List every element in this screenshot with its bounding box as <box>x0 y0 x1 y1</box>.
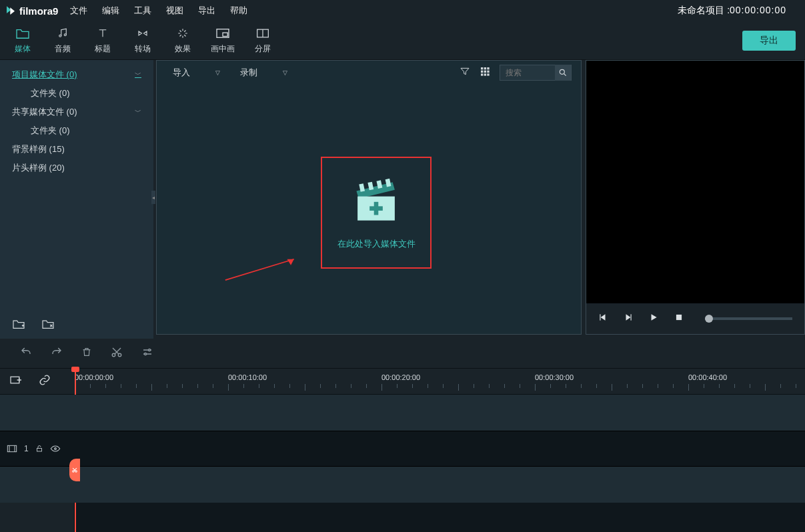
text-icon <box>83 26 123 41</box>
tab-transition[interactable]: 转场 <box>123 26 163 55</box>
chevron-down-icon[interactable]: ﹀ <box>135 107 141 117</box>
export-button[interactable]: 导出 <box>742 31 796 51</box>
svg-rect-10 <box>487 71 489 73</box>
tree-opening-samples[interactable]: 片头样例 (20) <box>0 159 153 177</box>
svg-point-1 <box>64 34 66 36</box>
chevron-down-icon: ▽ <box>283 69 287 76</box>
svg-rect-9 <box>484 71 486 73</box>
project-title: 未命名项目 :00:00:00:00 <box>678 5 786 17</box>
sidebar-collapse-handle[interactable]: ◂ <box>151 191 155 204</box>
next-frame-button[interactable] <box>624 313 633 325</box>
playback-controls <box>586 303 804 334</box>
cut-button[interactable] <box>111 346 123 361</box>
video-track-1[interactable]: 1 <box>0 431 805 467</box>
add-track-button[interactable] <box>9 375 23 388</box>
menu-help[interactable]: 帮助 <box>230 5 247 17</box>
svg-rect-27 <box>676 315 682 320</box>
tree-project-media[interactable]: 项目媒体文件 (0) ﹀ <box>0 65 153 84</box>
tab-pip[interactable]: 画中画 <box>203 26 243 55</box>
delete-folder-icon[interactable] <box>41 319 55 332</box>
tab-title[interactable]: 标题 <box>83 26 123 55</box>
svg-rect-25 <box>600 314 600 320</box>
grid-view-icon[interactable] <box>480 66 490 79</box>
svg-rect-26 <box>631 314 632 320</box>
tab-effect[interactable]: 效果 <box>163 26 203 55</box>
redo-button[interactable] <box>51 346 63 361</box>
eye-icon[interactable] <box>50 445 61 453</box>
chevron-down-icon: ▽ <box>215 69 220 76</box>
track-number: 1 <box>24 444 29 453</box>
stop-button[interactable] <box>674 313 684 325</box>
prev-frame-button[interactable] <box>598 313 608 325</box>
preview-panel <box>586 60 805 335</box>
menu-file[interactable]: 文件 <box>70 5 87 17</box>
tab-audio[interactable]: 音频 <box>43 26 83 55</box>
svg-point-0 <box>59 35 61 37</box>
media-tree-sidebar: 项目媒体文件 (0) ﹀ 文件夹 (0) 共享媒体文件 (0) ﹀ 文件夹 (0… <box>0 60 153 339</box>
svg-rect-7 <box>487 67 489 69</box>
transition-icon <box>123 26 163 41</box>
annotation-arrow <box>197 255 330 282</box>
adjust-button[interactable] <box>141 346 153 361</box>
menu-export[interactable]: 导出 <box>198 5 215 17</box>
pip-icon <box>203 26 243 41</box>
svg-point-30 <box>149 349 151 351</box>
menu-tools[interactable]: 工具 <box>134 5 151 17</box>
media-panel: 导入▽ 录制▽ <box>156 60 582 335</box>
menu-edit[interactable]: 编辑 <box>102 5 119 17</box>
ruler-time-label: 00:00:20:00 <box>381 373 420 381</box>
filter-icon[interactable] <box>460 66 470 79</box>
slider-thumb[interactable] <box>705 315 713 323</box>
splitscreen-icon <box>243 26 283 41</box>
ruler-time-label: 00:00:00:00 <box>75 373 113 381</box>
play-button[interactable] <box>649 313 658 325</box>
tree-bg-samples[interactable]: 背景样例 (15) <box>0 140 153 159</box>
svg-rect-11 <box>481 73 483 75</box>
filmstrip-icon <box>7 444 17 453</box>
search-input[interactable] <box>500 68 555 77</box>
tab-split[interactable]: 分屏 <box>243 26 283 55</box>
link-button[interactable] <box>39 374 51 389</box>
tree-shared-media[interactable]: 共享媒体文件 (0) ﹀ <box>0 103 153 121</box>
app-logo: filmora9 <box>5 5 58 17</box>
import-dropdown[interactable]: 导入▽ <box>166 64 227 81</box>
svg-marker-24 <box>287 259 293 265</box>
timeline-ruler[interactable]: 00:00:00:0000:00:10:0000:00:20:0000:00:3… <box>75 368 805 395</box>
ruler-time-label: 00:00:30:00 <box>535 373 574 381</box>
split-handle[interactable] <box>69 459 80 481</box>
edit-toolbar <box>0 339 805 368</box>
import-drop-zone[interactable]: 在此处导入媒体文件 <box>321 157 432 269</box>
filmora-logo-icon <box>5 5 16 16</box>
project-timecode: 00:00:00:00 <box>730 5 786 15</box>
zoom-slider[interactable] <box>705 317 792 320</box>
tab-media[interactable]: 媒体 <box>3 26 43 55</box>
lock-icon[interactable] <box>35 444 43 453</box>
svg-rect-34 <box>37 449 41 452</box>
main-toolbar: 媒体 音频 标题 转场 效果 画中画 分屏 导出 <box>0 21 805 60</box>
chevron-down-icon[interactable]: ﹀ <box>135 70 141 79</box>
svg-rect-12 <box>484 73 486 75</box>
svg-point-14 <box>560 69 564 74</box>
sparkle-icon <box>163 26 203 41</box>
record-dropdown[interactable]: 录制▽ <box>233 64 294 81</box>
svg-rect-13 <box>487 73 489 75</box>
new-folder-icon[interactable] <box>12 319 25 332</box>
menu-view[interactable]: 视图 <box>166 5 183 17</box>
svg-point-35 <box>54 448 56 450</box>
svg-point-31 <box>145 353 147 355</box>
svg-rect-8 <box>481 71 483 73</box>
tree-folder-1[interactable]: 文件夹 (0) <box>0 84 153 103</box>
drop-zone-label: 在此处导入媒体文件 <box>337 238 416 250</box>
undo-button[interactable] <box>20 346 32 361</box>
svg-rect-33 <box>7 445 16 451</box>
svg-rect-22 <box>369 206 383 211</box>
search-icon[interactable] <box>555 65 571 81</box>
search-field[interactable] <box>500 65 572 81</box>
clapperboard-plus-icon <box>349 175 404 227</box>
ruler-time-label: 00:00:40:00 <box>688 373 727 381</box>
top-menu-bar: filmora9 文件 编辑 工具 视图 导出 帮助 未命名项目 :00:00:… <box>0 0 805 21</box>
delete-button[interactable] <box>81 346 92 361</box>
tree-folder-2[interactable]: 文件夹 (0) <box>0 121 153 140</box>
app-name: filmora9 <box>19 5 58 17</box>
timeline: 00:00:00:0000:00:10:0000:00:20:0000:00:3… <box>0 368 805 532</box>
